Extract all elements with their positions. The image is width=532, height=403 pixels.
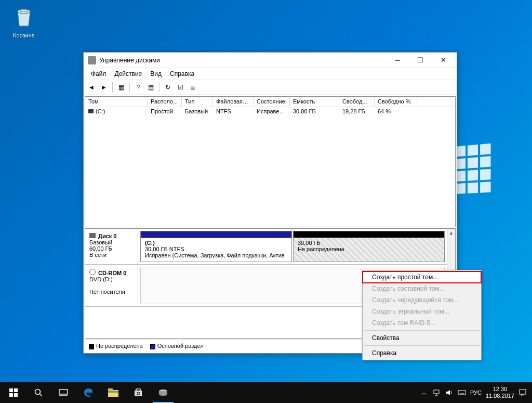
col-status[interactable]: Состояние xyxy=(254,97,290,107)
window-title: Управление дисками xyxy=(99,57,386,64)
desktop-recycle-bin[interactable]: Корзина xyxy=(8,4,39,38)
task-view-button[interactable] xyxy=(51,382,76,403)
svg-rect-12 xyxy=(135,391,142,396)
close-button[interactable]: ✕ xyxy=(432,53,455,68)
svg-rect-21 xyxy=(458,391,466,395)
col-type[interactable]: Тип xyxy=(182,97,213,107)
app-icon xyxy=(88,56,96,64)
svg-rect-14 xyxy=(139,392,140,394)
ctx-new-spanned-volume: Создать составной том... xyxy=(363,283,481,294)
context-menu: Создать простой том... Создать составной… xyxy=(362,270,482,360)
ctx-new-simple-volume[interactable]: Создать простой том... xyxy=(363,271,481,283)
svg-rect-15 xyxy=(137,394,138,396)
col-filesystem[interactable]: Файловая с... xyxy=(213,97,254,107)
menu-action[interactable]: Действие xyxy=(111,69,147,79)
col-capacity[interactable]: Емкость xyxy=(290,97,339,107)
show-hide-tree-button[interactable]: ▦ xyxy=(115,82,127,93)
volume-list-header[interactable]: Том Располо... Тип Файловая с... Состоян… xyxy=(85,97,455,107)
volume-list: Том Располо... Тип Файловая с... Состоян… xyxy=(85,96,456,227)
optical-disc-icon xyxy=(89,269,96,275)
svg-line-6 xyxy=(40,394,43,397)
col-free[interactable]: Свобод... xyxy=(339,97,375,107)
minimize-button[interactable]: ─ xyxy=(386,53,409,68)
forward-button[interactable]: ► xyxy=(98,82,110,93)
taskbar: ︿ РУС 12:30 11.08.2017 xyxy=(0,382,532,403)
list-button[interactable]: ≣ xyxy=(187,82,198,93)
svg-rect-4 xyxy=(14,393,18,397)
recycle-bin-label: Корзина xyxy=(8,32,39,38)
language-indicator[interactable]: РУС xyxy=(470,389,482,396)
svg-rect-3 xyxy=(9,393,13,397)
col-freepct[interactable]: Свободно % xyxy=(375,97,417,107)
svg-rect-7 xyxy=(59,389,68,394)
disk0-row[interactable]: Диск 0 Базовый 60,00 ГБ В сети (C:) 30,0… xyxy=(85,229,447,265)
menu-view[interactable]: Вид xyxy=(146,69,166,79)
edge-button[interactable] xyxy=(76,382,101,403)
ctx-new-striped-volume: Создать чередующийся том... xyxy=(363,294,481,306)
action-center-icon[interactable] xyxy=(518,388,527,397)
file-explorer-button[interactable] xyxy=(101,382,126,403)
svg-rect-2 xyxy=(14,388,18,392)
volume-row-c[interactable]: (C:) Простой Базовый NTFS Исправен... 30… xyxy=(85,107,455,116)
ctx-new-raid5-volume: Создать том RAID-5... xyxy=(363,317,481,329)
svg-rect-23 xyxy=(520,389,526,394)
titlebar[interactable]: Управление дисками ─ ☐ ✕ xyxy=(84,53,457,68)
menubar: Файл Действие Вид Справка xyxy=(84,68,457,80)
start-button[interactable] xyxy=(1,382,26,403)
ctx-new-mirrored-volume: Создать зеркальный том... xyxy=(363,306,481,317)
clock[interactable]: 12:30 11.08.2017 xyxy=(486,386,514,399)
menu-help[interactable]: Справка xyxy=(166,69,198,79)
tray-chevron-icon[interactable]: ︿ xyxy=(420,388,429,397)
svg-rect-10 xyxy=(108,388,113,391)
svg-rect-16 xyxy=(139,394,140,396)
store-button[interactable] xyxy=(126,382,151,403)
view-button[interactable]: ▤ xyxy=(145,82,156,93)
menu-file[interactable]: Файл xyxy=(87,69,111,79)
svg-rect-13 xyxy=(137,392,138,394)
back-button[interactable]: ◄ xyxy=(86,82,97,93)
col-layout[interactable]: Располо... xyxy=(148,97,182,107)
volume-icon[interactable] xyxy=(445,388,454,397)
help-button[interactable]: ? xyxy=(132,82,144,93)
col-volume[interactable]: Том xyxy=(85,97,148,107)
svg-rect-1 xyxy=(9,388,13,392)
refresh-button[interactable]: ↻ xyxy=(162,82,174,93)
ctx-separator xyxy=(364,345,480,346)
disk0-label: Диск 0 Базовый 60,00 ГБ В сети xyxy=(85,229,138,264)
ctx-help[interactable]: Справка xyxy=(363,347,481,359)
search-button[interactable] xyxy=(26,382,51,403)
svg-rect-11 xyxy=(108,391,118,393)
partition-c[interactable]: (C:) 30,00 ГБ NTFS Исправен (Система, За… xyxy=(140,231,292,262)
disk-icon xyxy=(89,233,96,238)
ctx-properties[interactable]: Свойства xyxy=(363,332,481,344)
legend-primary: Основной раздел xyxy=(150,343,204,349)
drive-icon xyxy=(88,109,94,113)
legend-unallocated: Не распределена xyxy=(89,343,143,349)
settings-button[interactable]: ☑ xyxy=(175,82,186,93)
partition-unallocated[interactable]: 30,00 ГБ Не распределена xyxy=(293,231,445,262)
toolbar: ◄ ► ▦ ? ▤ ↻ ☑ ≣ xyxy=(84,80,457,95)
disk-management-task[interactable] xyxy=(151,382,176,403)
svg-point-5 xyxy=(35,389,41,395)
ctx-separator xyxy=(364,330,480,331)
keyboard-icon[interactable] xyxy=(458,388,466,397)
svg-rect-18 xyxy=(434,390,439,394)
maximize-button[interactable]: ☐ xyxy=(409,53,432,68)
cdrom-label: CD-ROM 0 DVD (D:) Нет носителя xyxy=(85,265,138,306)
network-icon[interactable] xyxy=(433,388,441,397)
system-tray[interactable]: ︿ РУС 12:30 11.08.2017 xyxy=(416,386,531,399)
